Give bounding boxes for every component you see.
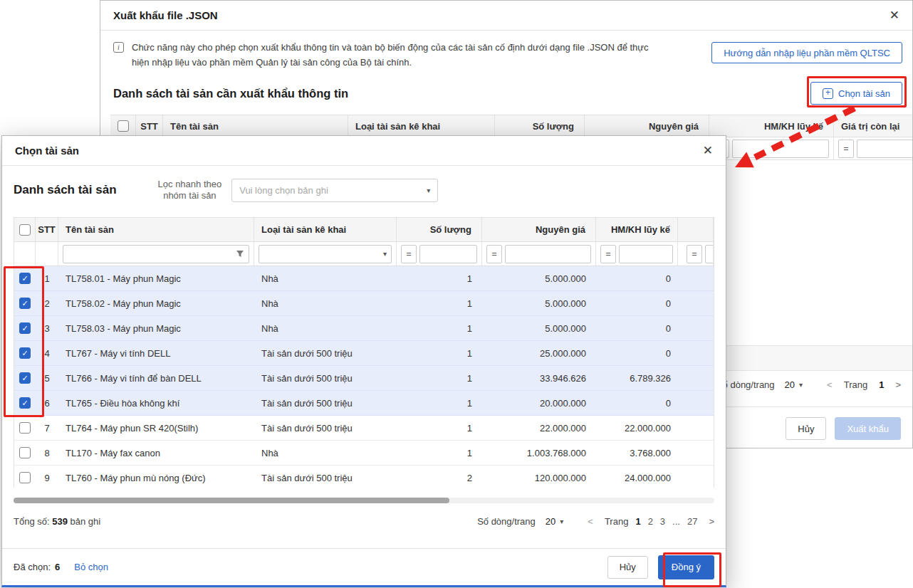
row-checkbox[interactable]: ✓ <box>14 291 36 315</box>
row-stt: 9 <box>36 466 58 488</box>
caret-down-icon: ▾ <box>383 250 387 258</box>
row-stt: 2 <box>36 291 58 315</box>
rows-per-page-select[interactable]: 20 ▾ <box>546 516 564 527</box>
row-checkbox[interactable] <box>14 466 36 488</box>
row-checkbox[interactable] <box>14 416 36 440</box>
info-line-2: hiện nhập liệu vào phần mềm Quản lý tài … <box>132 55 673 70</box>
asset-rows: ✓1TL758.01 - Máy phun MagicNhà15.000.000… <box>14 266 714 488</box>
row-checkbox[interactable]: ✓ <box>14 341 36 365</box>
row-checkbox[interactable]: ✓ <box>14 391 36 415</box>
row-depreciation: 0 <box>596 316 678 340</box>
asset-group-select[interactable]: Vui lòng chọn bản ghi ▾ <box>231 179 438 202</box>
cancel-button[interactable]: Hủy <box>607 556 648 579</box>
row-quantity: 1 <box>397 341 482 365</box>
row-original-cost: 22.000.000 <box>482 416 596 440</box>
info-line-1: Chức năng này cho phép chọn xuất khẩu th… <box>132 40 673 55</box>
equals-operator[interactable]: = <box>838 140 854 158</box>
row-depreciation: 0 <box>596 291 678 315</box>
horizontal-scrollbar[interactable] <box>14 498 714 503</box>
row-asset-type: Tài sản dưới 500 triệu <box>254 341 397 365</box>
row-quantity: 1 <box>397 441 482 465</box>
select-assets-button[interactable]: + Chọn tài sản <box>810 82 902 105</box>
next-page-button[interactable]: > <box>895 379 901 390</box>
row-stt: 1 <box>36 266 58 290</box>
page-number[interactable]: 2 <box>648 516 653 527</box>
checkbox-icon: ✓ <box>19 273 31 284</box>
table-row[interactable]: 9TL760 - Máy phun mù nóng (Đức)Tài sản d… <box>14 466 714 488</box>
remaining-filter-input[interactable] <box>857 140 912 158</box>
prev-page-button[interactable]: < <box>827 379 833 390</box>
row-asset-name: TL766 - Máy vi tính để bàn DELL <box>58 366 254 390</box>
table-row[interactable]: ✓3TL758.03 - Máy phun MagicNhà15.000.000… <box>14 316 714 341</box>
row-asset-name: TL764 - Máy phun SR 420(Stilh) <box>58 416 254 440</box>
select-all-checkbox[interactable] <box>19 224 31 236</box>
type-filter-select[interactable]: ▾ <box>259 245 392 263</box>
row-quantity: 1 <box>397 316 482 340</box>
col-original-cost: Nguyên giá <box>585 115 709 137</box>
row-asset-type: Tài sản dưới 500 triệu <box>254 391 397 415</box>
col-original-cost: Nguyên giá <box>482 218 596 241</box>
col-remaining-value: Giá trị còn lại <box>834 115 912 137</box>
row-checkbox[interactable]: ✓ <box>14 266 36 290</box>
col-depreciation: HM/KH lũy kế <box>596 218 678 241</box>
export-button[interactable]: Xuất khẩu <box>835 417 901 440</box>
page-number[interactable]: 3 <box>660 516 665 527</box>
confirm-button[interactable]: Đồng ý <box>658 555 714 579</box>
asset-table-filter-row: ▾ = = = = <box>14 242 714 266</box>
export-section-row: Danh sách tài sản cần xuất khẩu thông ti… <box>100 76 912 110</box>
row-original-cost: 1.003.768.000 <box>482 441 596 465</box>
row-original-cost: 25.000.000 <box>482 341 596 365</box>
page-number[interactable]: 1 <box>635 516 640 527</box>
filter-funnel-icon[interactable] <box>236 250 244 258</box>
table-row[interactable]: ✓1TL758.01 - Máy phun MagicNhà15.000.000… <box>14 266 714 291</box>
row-depreciation: 3.768.000 <box>596 441 678 465</box>
current-page[interactable]: 1 <box>879 379 884 390</box>
row-checkbox[interactable] <box>14 441 36 465</box>
select-dialog-toolbar: Danh sách tài sản Lọc nhanh theo nhóm tà… <box>2 174 726 206</box>
cost-filter-input[interactable] <box>505 245 591 263</box>
depreciation-filter-input[interactable] <box>732 140 829 158</box>
page-number[interactable]: 27 <box>687 516 697 527</box>
equals-operator[interactable]: = <box>600 245 616 263</box>
row-original-cost: 5.000.000 <box>482 316 596 340</box>
row-checkbox[interactable]: ✓ <box>14 366 36 390</box>
extra-filter-input[interactable] <box>705 245 714 263</box>
row-stt: 5 <box>36 366 58 390</box>
row-asset-type: Tài sản dưới 500 triệu <box>254 366 397 390</box>
rows-per-page-select[interactable]: 20 ▾ <box>785 379 803 390</box>
equals-operator[interactable]: = <box>486 245 502 263</box>
col-stt: STT <box>36 218 58 241</box>
scrollbar-thumb[interactable] <box>14 498 449 503</box>
table-row[interactable]: ✓5TL766 - Máy vi tính để bàn DELLTài sản… <box>14 366 714 391</box>
row-asset-name: TL170 - Máy fax canon <box>58 441 254 465</box>
cancel-button[interactable]: Hủy <box>786 417 826 440</box>
equals-operator[interactable]: = <box>401 245 417 263</box>
prev-page-button[interactable]: < <box>588 516 593 527</box>
close-icon[interactable]: ✕ <box>703 145 713 157</box>
row-depreciation: 0 <box>596 391 678 415</box>
quantity-filter-input[interactable] <box>419 245 477 263</box>
page-ellipsis: ... <box>672 516 680 527</box>
close-icon[interactable]: ✕ <box>889 9 899 21</box>
name-filter-input[interactable] <box>68 246 236 262</box>
col-stt: STT <box>136 115 163 137</box>
name-filter <box>63 245 249 263</box>
equals-operator[interactable]: = <box>687 245 702 263</box>
clear-selection-link[interactable]: Bỏ chọn <box>74 562 108 572</box>
row-stt: 8 <box>36 441 58 465</box>
table-row[interactable]: 8TL170 - Máy fax canonNhà11.003.768.0003… <box>14 441 714 466</box>
row-checkbox[interactable]: ✓ <box>14 316 36 340</box>
row-depreciation: 22.000.000 <box>596 416 678 440</box>
depreciation-filter-input[interactable] <box>619 245 673 263</box>
col-asset-name: Tên tài sản <box>58 218 254 241</box>
table-row[interactable]: ✓6TL765 - Điều hòa không khíTài sản dưới… <box>14 391 714 416</box>
next-page-button[interactable]: > <box>709 516 714 527</box>
row-quantity: 1 <box>397 291 482 315</box>
qltsc-guide-button[interactable]: Hướng dẫn nhập liệu phần mềm QLTSC <box>711 42 902 63</box>
table-row[interactable]: ✓2TL758.02 - Máy phun MagicNhà15.000.000… <box>14 291 714 316</box>
caret-down-icon: ▾ <box>799 381 803 389</box>
table-row[interactable]: ✓4TL767 - Máy vi tính DELLTài sản dưới 5… <box>14 341 714 366</box>
table-row[interactable]: 7TL764 - Máy phun SR 420(Stilh)Tài sản d… <box>14 416 714 441</box>
col-asset-name: Tên tài sản <box>163 115 348 137</box>
select-all-checkbox[interactable] <box>118 120 129 132</box>
